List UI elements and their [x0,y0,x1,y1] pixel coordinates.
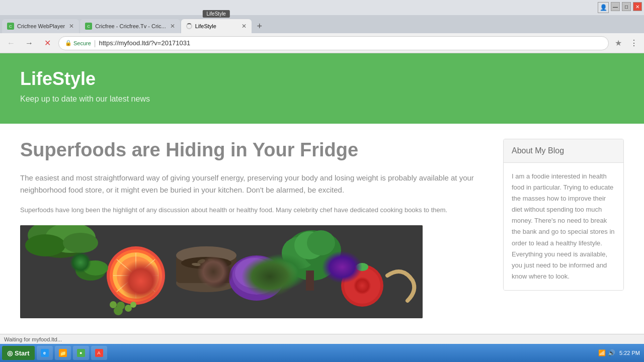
start-label: Start [15,349,30,357]
address-bar: ← → ✕ 🔒 Secure | https://myfood.ltd/?v=2… [0,33,644,53]
forward-button[interactable]: → [22,36,36,50]
site-title: LifeStyle [20,68,624,89]
svg-point-37 [117,302,125,310]
main-content: Superfoods are Hiding in Your Fridge The… [0,124,644,333]
status-text: Waiting for myfood.ltd... [4,336,62,342]
article-intro: The easiest and most straightforward way… [20,172,488,196]
url-display: https://myfood.ltd/?v=20171031 [99,39,191,47]
new-tab-button[interactable]: + [253,19,267,33]
site-subtitle: Keep up to date with our latest news [20,95,624,104]
svg-point-34 [356,263,368,271]
svg-point-20 [207,258,215,263]
browser-icon: ● [77,349,85,357]
browser-window: 👤 — □ ✕ C Cricfree WebPlayer ✕ C Cricfre… [0,0,644,362]
chrome-menu-button[interactable]: ⋮ [628,38,640,48]
article-image [20,225,423,318]
svg-point-22 [212,261,221,266]
title-bar-controls: 👤 — □ ✕ [598,2,642,13]
tab-loading-spinner [186,23,192,29]
svg-point-15 [176,274,236,292]
svg-point-8 [113,252,159,299]
svg-point-25 [235,258,273,288]
lock-icon: 🔒 [65,40,72,46]
svg-rect-16 [176,255,236,283]
sidebar-card-body: I am a foodie interested in health food … [504,163,623,290]
tab-label-2: Cricfree - Cricfree.Tv - Cric... [95,23,166,29]
tab-close-2[interactable]: ✕ [170,23,175,30]
about-blog-card: About My Blog I am a foodie interested i… [503,139,624,291]
svg-point-28 [303,233,341,268]
tab-lifestyle[interactable]: LifeStyle LifeStyle ✕ [181,19,252,33]
article-body: Superfoods have long been the highlight … [20,205,488,216]
svg-point-26 [284,230,340,281]
clock-time: 5:22 PM [619,350,640,356]
food-svg [20,225,423,318]
svg-point-30 [307,230,335,255]
taskbar-browser[interactable]: ● [73,346,89,360]
tab-favicon-1: C [7,23,14,30]
svg-point-24 [232,256,281,295]
svg-point-27 [282,237,317,269]
tab-cricfree-webplayer[interactable]: C Cricfree WebPlayer ✕ [2,19,79,33]
maximize-button[interactable]: □ [622,2,631,11]
sidebar-card-title: About My Blog [512,146,615,155]
system-icons: 📶 🔊 [598,349,615,356]
address-separator: | [94,39,96,47]
svg-point-21 [192,263,201,267]
taskbar-files[interactable]: 📁 [55,346,71,360]
svg-point-4 [25,234,65,256]
system-tray: 📶 🔊 5:22 PM [598,349,642,356]
svg-point-23 [229,255,284,301]
tab-tooltip: LifeStyle [203,10,230,18]
title-bar: 👤 — □ ✕ [0,0,644,15]
svg-point-36 [83,260,108,276]
tab-close-3[interactable]: ✕ [242,23,247,30]
svg-point-35 [75,260,106,281]
secure-badge: 🔒 Secure [65,40,91,46]
system-clock: 5:22 PM [619,350,640,356]
reload-button[interactable]: ✕ [40,36,54,50]
address-input[interactable]: 🔒 Secure | https://myfood.ltd/?v=2017103… [58,36,609,50]
files-icon: 📁 [59,349,67,357]
svg-point-3 [45,225,96,253]
website-content: LifeStyle Keep up to date with our lates… [0,53,644,333]
svg-rect-31 [306,270,314,291]
svg-point-2 [28,225,73,249]
page-scroll-area[interactable]: LifeStyle Keep up to date with our lates… [0,53,644,334]
svg-point-32 [341,264,383,307]
taskbar-avast[interactable]: A [91,346,107,360]
tabs-bar: C Cricfree WebPlayer ✕ C Cricfree - Cric… [0,15,644,33]
taskbar-ie[interactable]: e [37,346,53,360]
svg-point-33 [344,267,380,304]
sidebar-card-text: I am a foodie interested in health food … [512,171,615,282]
svg-point-9 [117,256,155,295]
avast-icon: A [95,349,103,357]
taskbar: ◎ Start e 📁 ● A 📶 🔊 5:22 PM [0,344,644,362]
sidebar: About My Blog I am a foodie interested i… [503,139,624,318]
network-icon: 📶 [598,349,606,356]
site-header: LifeStyle Keep up to date with our lates… [0,53,644,124]
start-button[interactable]: ◎ Start [2,346,35,360]
close-button[interactable]: ✕ [633,2,642,11]
svg-point-38 [125,305,132,312]
back-button[interactable]: ← [4,36,18,50]
svg-point-5 [63,233,98,253]
tab-favicon-2: C [85,23,92,30]
svg-point-39 [114,306,123,315]
status-bar: Waiting for myfood.ltd... [0,334,644,344]
svg-point-17 [176,246,236,264]
user-icon[interactable]: 👤 [598,2,609,13]
svg-point-14 [131,270,141,281]
minimize-button[interactable]: — [611,2,620,11]
svg-point-1 [30,225,91,258]
sidebar-card-header: About My Blog [504,139,623,163]
volume-icon: 🔊 [608,349,615,356]
svg-point-6 [107,246,165,305]
tab-close-1[interactable]: ✕ [69,23,74,30]
svg-point-40 [130,302,136,308]
bookmark-button[interactable]: ★ [613,38,624,48]
start-icon: ◎ [7,349,13,357]
svg-rect-0 [20,225,423,318]
article-title: Superfoods are Hiding in Your Fridge [20,139,488,162]
tab-cricfree-tv[interactable]: C Cricfree - Cricfree.Tv - Cric... ✕ [80,19,180,33]
